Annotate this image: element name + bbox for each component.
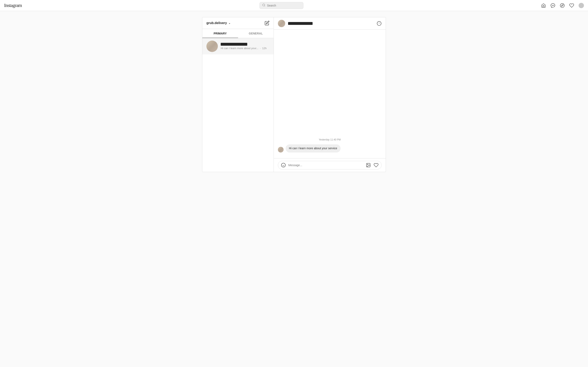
nav-icons <box>541 3 584 8</box>
main-container: grub.delivery ⌄ PRIMARY GENERAL <box>0 11 588 367</box>
search-bar[interactable] <box>259 2 303 9</box>
instagram-logo: Instagram <box>4 3 22 8</box>
inbox-tabs: PRIMARY GENERAL <box>202 29 274 38</box>
account-selector[interactable]: grub.delivery ⌄ <box>207 21 231 25</box>
image-upload-icon[interactable] <box>366 163 371 167</box>
messenger-icon[interactable] <box>550 3 555 8</box>
svg-line-1 <box>264 6 265 6</box>
svg-point-2 <box>560 3 564 8</box>
top-nav: Instagram <box>0 0 588 11</box>
message-row: Hi can I learn more about your service <box>278 144 381 152</box>
compass-icon[interactable] <box>560 3 565 8</box>
chat-header <box>274 17 386 30</box>
message-timestamp: Yesterday 11:40 PM <box>278 138 381 141</box>
heart-icon[interactable] <box>569 3 574 8</box>
message-input[interactable] <box>288 164 363 167</box>
sidebar-header: grub.delivery ⌄ <box>202 17 274 29</box>
conversation-info: Hi can I learn more about your... · 12h <box>221 43 269 50</box>
compose-button[interactable] <box>265 21 269 25</box>
chat-input-area <box>274 158 386 172</box>
chat-header-left <box>278 20 312 27</box>
svg-point-7 <box>281 163 285 167</box>
heart-reaction-icon[interactable] <box>374 163 379 167</box>
chat-header-name-redacted <box>288 22 312 25</box>
svg-marker-3 <box>562 4 563 6</box>
messages-panel: grub.delivery ⌄ PRIMARY GENERAL <box>202 17 386 172</box>
search-input[interactable] <box>267 4 301 7</box>
sidebar: grub.delivery ⌄ PRIMARY GENERAL <box>202 17 274 172</box>
avatar-image <box>207 41 218 52</box>
account-name: grub.delivery <box>207 21 227 25</box>
home-icon[interactable] <box>541 3 546 8</box>
conversation-list: Hi can I learn more about your... · 12h <box>202 38 274 172</box>
chat-panel: Yesterday 11:40 PM Hi can I learn more a… <box>274 17 386 172</box>
svg-point-0 <box>263 4 265 6</box>
conversation-name-redacted <box>221 43 247 46</box>
emoji-icon[interactable] <box>281 163 286 167</box>
conversation-avatar <box>207 41 218 52</box>
search-icon <box>262 3 265 8</box>
chevron-down-icon: ⌄ <box>228 22 231 25</box>
tab-primary[interactable]: PRIMARY <box>202 29 238 38</box>
chat-messages: Yesterday 11:40 PM Hi can I learn more a… <box>274 30 386 158</box>
chat-header-avatar <box>278 20 285 27</box>
tab-general[interactable]: GENERAL <box>238 29 274 38</box>
input-actions <box>366 163 379 167</box>
chat-input-bar <box>278 161 381 169</box>
svg-point-11 <box>367 164 368 165</box>
conversation-item[interactable]: Hi can I learn more about your... · 12h <box>202 38 274 54</box>
message-bubble: Hi can I learn more about your service <box>286 144 341 152</box>
info-icon[interactable] <box>377 21 381 26</box>
conversation-preview: Hi can I learn more about your... · 12h <box>221 47 269 50</box>
message-sender-avatar <box>278 147 284 152</box>
profile-avatar[interactable] <box>579 3 584 8</box>
